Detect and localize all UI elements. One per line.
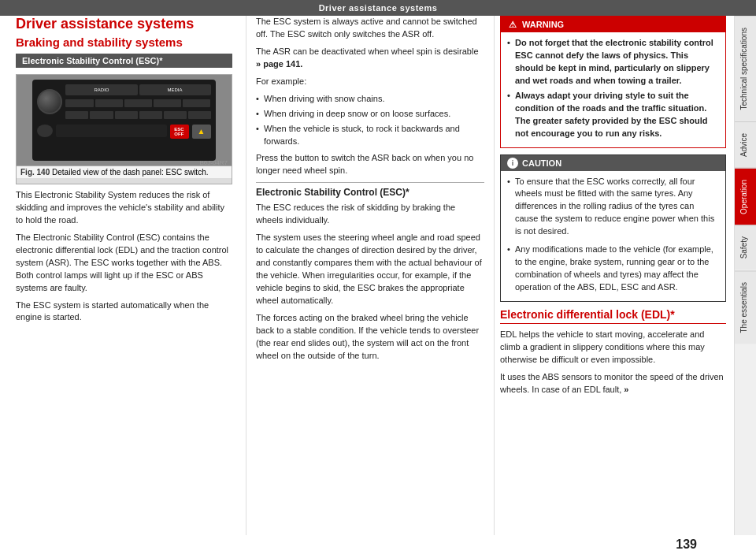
page-wrapper: Driver assistance systems Driver assista…	[0, 0, 756, 558]
asr-text: The ASR can be deactivated when wheel sp…	[256, 46, 484, 71]
caution-header-text: CAUTION	[522, 158, 561, 168]
warning-bullet-1: Do not forget that the electronic stabil…	[507, 37, 719, 87]
image-caption: Fig. 140 Detailed view of the dash panel…	[17, 166, 232, 178]
examples-list: When driving with snow chains. When driv…	[256, 93, 484, 148]
sidebar-tab-essentials-label: The essentials	[739, 282, 748, 333]
car-image-inner: RADIO MEDIA	[17, 75, 232, 166]
preset-1	[65, 99, 93, 107]
radio-top: RADIO MEDIA	[37, 84, 210, 119]
esc-section-title: Electronic Stability Control (ESC)*	[256, 187, 484, 198]
radio-display: RADIO MEDIA	[65, 84, 210, 119]
main-title: Driver assistance systems	[16, 16, 232, 32]
ctrl-4	[139, 111, 162, 119]
caution-header: i CAUTION	[501, 155, 725, 171]
caution-bullet-2: Any modifications made to the vehicle (f…	[507, 244, 719, 294]
sidebar-tab-safety[interactable]: Safety	[735, 225, 756, 270]
edl-text-1: EDL helps the vehicle to start moving, a…	[500, 329, 726, 366]
esc-off-button: ESCOFF	[170, 125, 189, 139]
ctrl-3	[115, 111, 138, 119]
edl-text-2: It uses the ABS sensors to monitor the s…	[500, 371, 726, 396]
hazard-button: ▲	[192, 125, 211, 139]
radio-buttons-row	[65, 99, 210, 107]
warning-content: Do not forget that the electronic stabil…	[501, 32, 725, 147]
page-ref: page 141.	[263, 59, 302, 69]
for-example: For example:	[256, 76, 484, 88]
sidebar-tab-technical-label: Technical specifications	[739, 28, 748, 110]
left-column: Driver assistance systems Braking and st…	[0, 16, 244, 535]
forces-text: The forces acting on the braked wheel br…	[256, 312, 484, 363]
edl-title: Electronic differential lock (EDL)*	[500, 308, 726, 324]
header-bar: Driver assistance systems	[0, 0, 756, 16]
ctrl-1	[65, 111, 88, 119]
example-1: When driving with snow chains.	[256, 93, 484, 106]
car-image-box: RADIO MEDIA	[16, 74, 232, 184]
header-title: Driver assistance systems	[319, 3, 438, 13]
sub-title: Braking and stability systems	[16, 35, 232, 49]
chevron-ref: »	[256, 59, 263, 69]
radio-buttons-row-2	[65, 111, 210, 119]
edl-text-2-content: It uses the ABS sensors to monitor the s…	[500, 372, 724, 394]
right-column: ⚠ WARNING Do not forget that the electro…	[496, 16, 734, 535]
press-text: Press the button to switch the ASR back …	[256, 152, 484, 177]
main-content: Driver assistance systems Braking and st…	[0, 16, 756, 535]
preset-4	[154, 99, 181, 107]
section-label: Electronic Stability Control (ESC)*	[16, 54, 232, 68]
sidebar-tab-safety-label: Safety	[739, 236, 748, 259]
preset-5	[183, 99, 210, 107]
caution-bullet-1: To ensure that the ESC works correctly, …	[507, 176, 719, 239]
fig-caption-text: Detailed view of the dash panel: ESC swi…	[52, 168, 208, 177]
body-text-3: The ESC system is started automatically …	[16, 299, 232, 325]
caution-box: i CAUTION To ensure that the ESC works c…	[500, 154, 726, 302]
radio-btn-radio: RADIO	[65, 84, 137, 95]
caution-icon: i	[507, 158, 518, 169]
sidebar-tab-operation[interactable]: Operation	[735, 168, 756, 225]
sidebar-tab-advice-label: Advice	[739, 133, 748, 157]
radio-panel: RADIO MEDIA	[32, 80, 215, 162]
page-number: 139	[676, 538, 724, 556]
warning-header: ⚠ WARNING	[501, 17, 725, 32]
fig-label: Fig. 140	[20, 168, 50, 177]
ctrl-5	[164, 111, 187, 119]
preset-3	[124, 99, 152, 107]
sidebar-tab-advice[interactable]: Advice	[735, 121, 756, 168]
body-text-2: The Electronic Stability Control (ESC) c…	[16, 232, 232, 295]
caution-content: To ensure that the ESC works correctly, …	[501, 171, 725, 301]
sidebar-tab-operation-label: Operation	[739, 180, 748, 214]
edl-arrow: »	[624, 385, 628, 394]
sidebar-tab-technical[interactable]: Technical specifications	[735, 16, 756, 121]
sidebar-tab-essentials[interactable]: The essentials	[735, 270, 756, 344]
esc-desc: The ESC reduces the risk of skidding by …	[256, 202, 484, 227]
example-3: When the vehicle is stuck, to rock it ba…	[256, 123, 484, 148]
radio-btn-row: RADIO MEDIA	[65, 84, 210, 95]
radio-bottom: ESCOFF ▲	[37, 125, 210, 139]
image-id: B6J-04R7	[199, 159, 228, 166]
ctrl-2	[90, 111, 113, 119]
mid-column: The ESC system is always active and cann…	[248, 16, 492, 535]
col-divider-2	[494, 16, 495, 535]
right-sidebar: Technical specifications Advice Operatio…	[734, 16, 756, 535]
radio-btn-media: MEDIA	[139, 84, 211, 95]
body-text-1: This Electronic Stability System reduces…	[16, 189, 232, 227]
warning-icon: ⚠	[507, 19, 518, 30]
three-col-layout: Driver assistance systems Braking and st…	[0, 16, 734, 535]
system-text: The system uses the steering wheel angle…	[256, 232, 484, 307]
section-divider	[256, 182, 484, 183]
ctrl-6	[188, 111, 211, 119]
warning-bullet-2: Always adapt your driving style to suit …	[507, 90, 719, 140]
col-divider-1	[246, 16, 246, 535]
example-2: When driving in deep snow or on loose su…	[256, 108, 484, 121]
warning-header-text: WARNING	[522, 20, 564, 29]
radio-knob	[37, 89, 62, 114]
asr-desc: The ASR can be deactivated when wheel sp…	[256, 46, 479, 56]
footer-area: 139	[0, 535, 756, 558]
warning-box: ⚠ WARNING Do not forget that the electro…	[500, 16, 726, 148]
intro-text: The ESC system is always active and cann…	[256, 16, 484, 41]
preset-2	[95, 99, 123, 107]
